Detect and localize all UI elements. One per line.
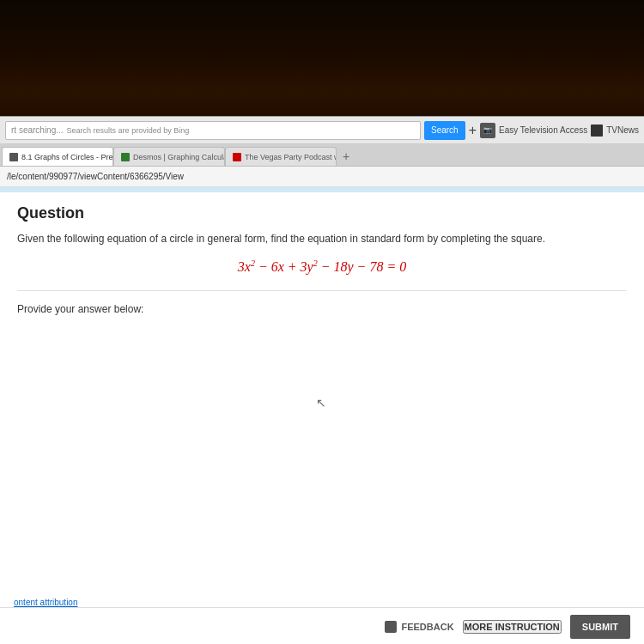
tab-favicon-desmos	[121, 153, 130, 161]
feedback-button[interactable]: FEEDBACK	[385, 621, 453, 633]
browser-window: rt searching... Search results are provi…	[0, 116, 644, 644]
physical-background	[0, 0, 644, 133]
action-bar: FEEDBACK MORE INSTRUCTION SUBMIT	[0, 607, 644, 644]
tab-desmos[interactable]: Desmos | Graphing Calculator ×	[113, 147, 225, 166]
content-inner: Question Given the following equation of…	[0, 192, 644, 644]
tab-favicon-circles	[9, 153, 18, 161]
section-divider	[17, 290, 627, 291]
feedback-icon	[385, 621, 397, 633]
tvnews-label: TVNews	[606, 125, 639, 135]
tab-vegas[interactable]: The Vegas Party Podcast with Liv ×	[225, 147, 337, 166]
tab-label-desmos: Desmos | Graphing Calculator	[133, 153, 225, 161]
search-provider-text: Search results are provided by Bing	[67, 126, 190, 135]
tab-label-vegas: The Vegas Party Podcast with Liv	[245, 153, 337, 161]
tab-label-circles: 8.1 Graphs of Circles - Pre-Calcu	[21, 153, 113, 161]
tab-favicon-vegas	[233, 153, 241, 161]
page-content: Question Given the following equation of…	[0, 187, 644, 644]
provide-answer-text: Provide your answer below:	[17, 303, 627, 315]
cursor-indicator: ↖	[316, 396, 328, 411]
search-input-text: rt searching...	[11, 125, 64, 135]
equation-display: 3x2 − 6x + 3y2 − 18y − 78 = 0	[17, 258, 627, 275]
tab-circles[interactable]: 8.1 Graphs of Circles - Pre-Calcu ×	[2, 147, 113, 166]
address-bar[interactable]: /le/content/990977/viewContent/6366295/V…	[0, 167, 644, 187]
address-text: /le/content/990977/viewContent/6366295/V…	[7, 172, 184, 181]
camera-icon[interactable]: 📷	[480, 123, 495, 138]
tv-icon	[591, 125, 603, 137]
question-heading: Question	[17, 204, 627, 222]
submit-button[interactable]: SUBMIT	[570, 615, 630, 639]
add-tab-icon[interactable]: +	[469, 123, 477, 138]
more-instruction-button[interactable]: MORE INSTRUCTION	[463, 620, 562, 634]
search-area[interactable]: rt searching... Search results are provi…	[5, 121, 421, 140]
content-attribution-link[interactable]: ontent attribution	[14, 598, 78, 607]
question-body: Given the following equation of a circle…	[17, 231, 627, 246]
equation-text: 3x2 − 6x + 3y2 − 18y − 78 = 0	[238, 259, 406, 274]
tab-bar: 8.1 Graphs of Circles - Pre-Calcu × Desm…	[0, 144, 644, 167]
answer-input-area[interactable]: ↖	[17, 324, 627, 427]
search-button[interactable]: Search	[424, 121, 465, 140]
feedback-label: FEEDBACK	[401, 622, 453, 632]
nav-bar: rt searching... Search results are provi…	[0, 117, 644, 144]
easy-tv-label: Easy Television Access	[499, 125, 587, 135]
new-tab-button[interactable]: +	[337, 147, 355, 166]
